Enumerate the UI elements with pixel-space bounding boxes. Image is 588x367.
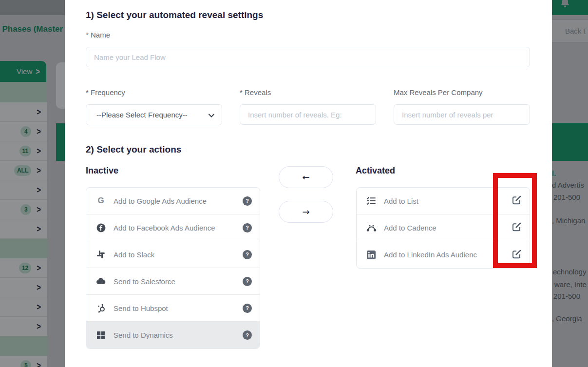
action-label: Add to Google Ads Audience: [114, 197, 207, 205]
action-label: Add to List: [384, 197, 418, 205]
arrow-left-icon: ←: [302, 172, 309, 182]
salesforce-icon: [95, 277, 107, 285]
name-label: * Name: [86, 31, 110, 39]
action-row-hubspot[interactable]: Send to Hubspot ?: [86, 295, 260, 322]
move-to-inactive-button[interactable]: ←: [279, 166, 333, 188]
question-icon[interactable]: ?: [243, 304, 252, 313]
inactive-actions-list: G Add to Google Ads Audience ? Add to Fa…: [86, 187, 260, 349]
question-icon[interactable]: ?: [243, 277, 252, 286]
step1-heading: 1) Select your automated reveal settings: [86, 10, 263, 20]
edit-button[interactable]: [512, 249, 522, 261]
question-icon[interactable]: ?: [243, 330, 252, 340]
lead-flow-modal: 1) Select your automated reveal settings…: [65, 0, 552, 367]
action-label: Add to Facebook Ads Audience: [114, 224, 215, 232]
question-icon[interactable]: ?: [243, 196, 252, 206]
action-row-salesforce[interactable]: Send to Salesforce ?: [86, 268, 260, 295]
facebook-icon: [95, 223, 107, 232]
inactive-column-title: Inactive: [86, 166, 118, 176]
activated-actions-list: Add to List Add to Cadence: [356, 187, 530, 269]
dynamics-icon: [95, 331, 107, 339]
max-reveals-input[interactable]: [394, 104, 530, 125]
action-row-google-ads[interactable]: G Add to Google Ads Audience ?: [86, 188, 260, 214]
chevron-down-icon: [209, 111, 214, 119]
move-to-activated-button[interactable]: →: [279, 201, 333, 223]
action-label: Send to Dynamics: [114, 331, 173, 339]
cadence-icon: [365, 224, 377, 232]
arrow-right-icon: →: [302, 207, 309, 217]
action-row-facebook-ads[interactable]: Add to Facebook Ads Audience ?: [86, 214, 260, 241]
screen: Back t l Phases (Master View > > 4> 11> …: [0, 0, 588, 367]
edit-button[interactable]: [512, 222, 522, 233]
reveals-label: * Reveals: [240, 88, 271, 97]
action-row-add-to-cadence[interactable]: Add to Cadence: [357, 214, 530, 241]
action-label: Add to Slack: [114, 251, 154, 259]
action-row-dynamics[interactable]: Send to Dynamics ?: [86, 322, 260, 348]
question-icon[interactable]: ?: [243, 223, 252, 232]
google-icon: G: [95, 196, 107, 206]
step2-heading: 2) Select your actions: [86, 144, 181, 155]
slack-icon: [95, 250, 107, 259]
edit-icon: [512, 199, 522, 207]
linkedin-icon: [365, 251, 377, 259]
edit-button[interactable]: [512, 195, 522, 207]
list-icon: [365, 196, 377, 206]
action-label: Add to LinkedIn Ads Audienc: [384, 251, 477, 259]
frequency-selected-value: --Please Select Frequency--: [96, 111, 188, 119]
action-label: Add to Cadence: [384, 224, 436, 232]
action-row-linkedin-ads[interactable]: Add to LinkedIn Ads Audienc: [357, 241, 530, 268]
edit-icon: [512, 226, 522, 233]
edit-icon: [512, 253, 522, 261]
frequency-select[interactable]: --Please Select Frequency--: [86, 104, 222, 125]
reveals-input[interactable]: [240, 104, 376, 125]
action-label: Send to Hubspot: [114, 304, 168, 312]
question-icon[interactable]: ?: [243, 250, 252, 259]
frequency-label: * Frequency: [86, 88, 125, 97]
hubspot-icon: [95, 304, 107, 313]
action-row-slack[interactable]: Add to Slack ?: [86, 241, 260, 268]
activated-column-title: Activated: [356, 166, 395, 176]
max-reveals-label: Max Reveals Per Company: [394, 88, 483, 97]
name-input[interactable]: [86, 47, 530, 67]
action-label: Send to Salesforce: [114, 277, 175, 286]
action-row-add-to-list[interactable]: Add to List: [357, 188, 530, 214]
